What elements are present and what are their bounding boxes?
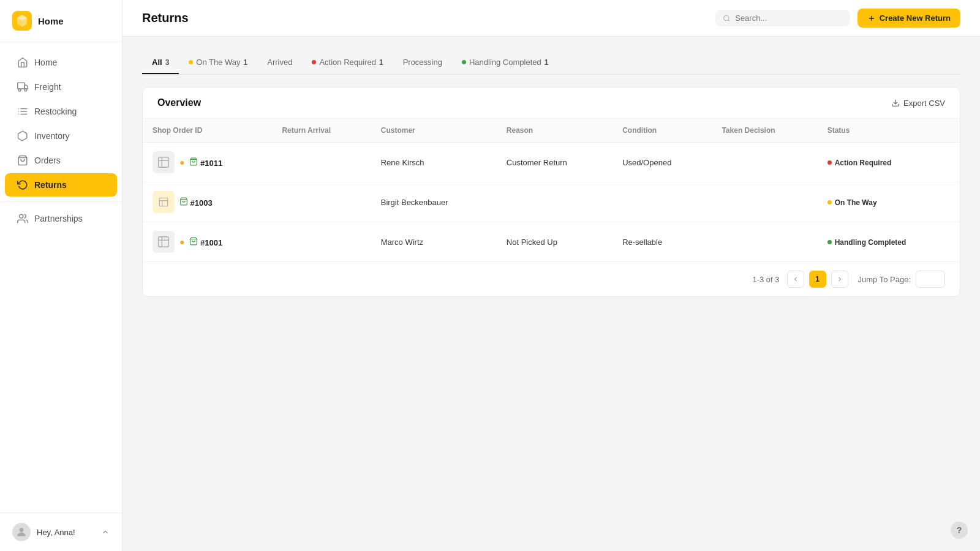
- status-cell: On The Way: [818, 182, 960, 222]
- tab-all-label: All: [152, 58, 162, 67]
- table-row[interactable]: #1003 Birgit Beckenbauer On Th: [143, 182, 960, 222]
- export-csv-button[interactable]: Export CSV: [891, 99, 945, 108]
- chevron-left-icon: [792, 276, 799, 283]
- create-return-button[interactable]: Create New Return: [858, 9, 960, 28]
- tab-processing-label: Processing: [403, 58, 442, 67]
- reason-cell: [497, 182, 612, 222]
- customer-cell: Rene Kirsch: [371, 143, 497, 182]
- tab-arrived[interactable]: Arrived: [257, 51, 302, 74]
- tab-handling-completed-count: 1: [545, 58, 549, 67]
- tab-handling-completed[interactable]: Handling Completed 1: [452, 51, 558, 74]
- bag-icon: [189, 157, 198, 166]
- search-bar[interactable]: [715, 10, 850, 26]
- svg-point-4: [24, 89, 27, 91]
- chevron-up-icon: [101, 528, 110, 536]
- home-icon: [17, 57, 28, 68]
- sidebar-item-inventory-label: Inventory: [34, 131, 70, 141]
- create-return-label: Create New Return: [880, 13, 951, 23]
- order-id-cell: #1003: [143, 182, 272, 222]
- sidebar-item-freight[interactable]: Freight: [5, 75, 117, 99]
- tab-on-the-way-count: 1: [244, 58, 248, 67]
- main-content: Returns Create New Return All 3 On The W…: [123, 0, 980, 551]
- order-id-cell: ● #1001: [143, 222, 272, 262]
- taken-decision-cell: [712, 143, 817, 182]
- tab-action-required-label: Action Required: [319, 58, 376, 67]
- tab-on-the-way[interactable]: On The Way 1: [179, 51, 257, 74]
- status-dot: [827, 200, 832, 204]
- bag-icon: [179, 197, 188, 206]
- taken-decision-cell: [712, 182, 817, 222]
- sidebar-item-orders[interactable]: Orders: [5, 149, 117, 172]
- sidebar-logo[interactable]: Home: [0, 0, 122, 42]
- tab-processing[interactable]: Processing: [393, 51, 452, 74]
- prev-page-button[interactable]: [787, 271, 804, 288]
- jump-to-page-input[interactable]: [916, 271, 945, 288]
- customer-cell: Birgit Beckenbauer: [371, 182, 497, 222]
- help-label: ?: [957, 525, 962, 535]
- col-condition: Condition: [612, 119, 712, 143]
- sidebar-item-restocking[interactable]: Restocking: [5, 100, 117, 123]
- tab-all[interactable]: All 3: [142, 51, 179, 74]
- customer-cell: Marco Wirtz: [371, 222, 497, 262]
- svg-point-14: [723, 15, 728, 20]
- return-arrival-cell: [272, 143, 371, 182]
- orders-icon: [17, 155, 28, 166]
- search-input[interactable]: [735, 13, 842, 23]
- sidebar-item-partnerships-label: Partnerships: [34, 214, 83, 223]
- next-page-button[interactable]: [831, 271, 848, 288]
- inventory-icon: [17, 130, 28, 141]
- order-id-cell: ● #1011: [143, 143, 272, 182]
- sidebar-item-inventory[interactable]: Inventory: [5, 124, 117, 148]
- status-label: Action Required: [835, 159, 892, 167]
- pagination: 1-3 of 3 1 Jump To Page:: [143, 261, 960, 296]
- help-button[interactable]: ?: [951, 522, 968, 539]
- condition-cell: Used/Opened: [612, 143, 712, 182]
- col-shop-order-id: Shop Order ID: [143, 119, 272, 143]
- col-customer: Customer: [371, 119, 497, 143]
- sidebar-item-partnerships[interactable]: Partnerships: [5, 207, 117, 230]
- svg-line-15: [728, 20, 729, 21]
- sidebar-item-returns[interactable]: Returns: [5, 173, 117, 197]
- jump-to-page-label: Jump To Page:: [858, 275, 911, 284]
- status-dot: [827, 240, 832, 244]
- table-row[interactable]: ● #1001 Marco Wirtz Not Picked Up Re-sel…: [143, 222, 960, 262]
- taken-decision-cell: [712, 222, 817, 262]
- tab-action-required[interactable]: Action Required 1: [302, 51, 393, 74]
- sidebar-footer-user[interactable]: Hey, Anna!: [12, 523, 75, 541]
- svg-rect-23: [159, 198, 168, 206]
- tab-action-required-count: 1: [379, 58, 383, 67]
- return-arrival-cell: [272, 182, 371, 222]
- main-header: Returns Create New Return: [123, 0, 980, 37]
- col-return-arrival: Return Arrival: [272, 119, 371, 143]
- sidebar-item-home[interactable]: Home: [5, 51, 117, 74]
- sidebar: Home Home Freight Restocking: [0, 0, 123, 551]
- sidebar-item-freight-label: Freight: [34, 82, 61, 92]
- download-icon: [891, 99, 900, 107]
- action-required-dot: [312, 60, 316, 64]
- condition-cell: [612, 182, 712, 222]
- col-status: Status: [818, 119, 960, 143]
- order-id: #1001: [189, 237, 222, 247]
- svg-rect-27: [159, 237, 169, 247]
- bag-icon: [189, 237, 198, 246]
- product-thumbnail: [153, 151, 175, 173]
- reason-cell: Customer Return: [497, 143, 612, 182]
- tab-handling-completed-label: Handling Completed: [469, 58, 541, 67]
- status-label: On The Way: [835, 198, 877, 207]
- tab-arrived-label: Arrived: [267, 58, 292, 67]
- page-title: Returns: [142, 11, 189, 25]
- sidebar-item-returns-label: Returns: [34, 180, 67, 190]
- overview-header: Overview Export CSV: [143, 88, 960, 119]
- page-1-label: 1: [815, 275, 820, 283]
- page-1-button[interactable]: 1: [809, 271, 826, 288]
- table-row[interactable]: ● #1011 Rene Kirsch Customer Return Used…: [143, 143, 960, 182]
- return-arrival-cell: [272, 222, 371, 262]
- status-dot: [827, 160, 832, 165]
- status-badge: On The Way: [827, 198, 877, 207]
- sidebar-item-restocking-label: Restocking: [34, 107, 77, 116]
- avatar: [12, 523, 31, 541]
- overview-card: Overview Export CSV Shop Order ID Return…: [142, 87, 960, 297]
- status-cell: Action Required: [818, 143, 960, 182]
- status-badge: Action Required: [827, 159, 892, 167]
- svg-rect-19: [159, 157, 169, 168]
